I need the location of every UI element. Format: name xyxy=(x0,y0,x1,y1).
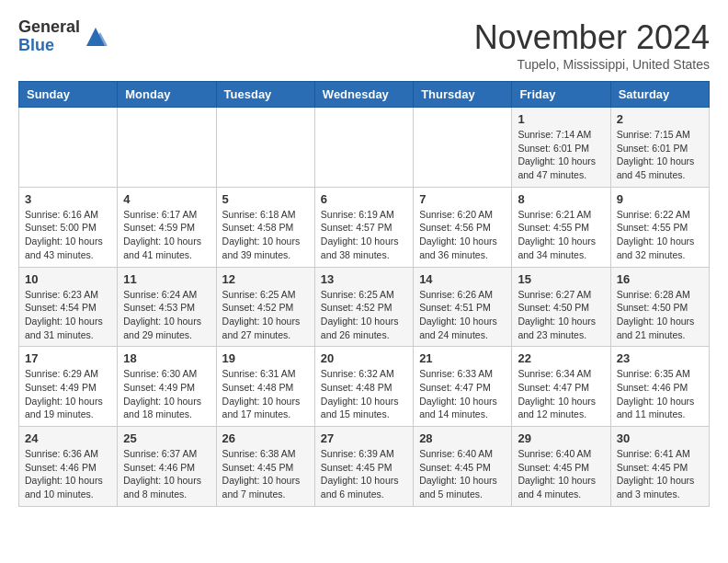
day-number: 22 xyxy=(518,351,604,365)
calendar-cell: 21Sunrise: 6:33 AM Sunset: 4:47 PM Dayli… xyxy=(414,347,512,427)
day-info: Sunrise: 6:17 AM Sunset: 4:59 PM Dayligh… xyxy=(123,208,210,262)
page-header: General Blue November 2024 Tupelo, Missi… xyxy=(18,18,710,72)
header-row: SundayMondayTuesdayWednesdayThursdayFrid… xyxy=(19,82,710,108)
header-cell-friday: Friday xyxy=(512,82,610,108)
day-number: 4 xyxy=(123,192,210,206)
day-info: Sunrise: 6:32 AM Sunset: 4:48 PM Dayligh… xyxy=(321,367,407,421)
day-number: 2 xyxy=(617,112,703,126)
calendar-cell: 25Sunrise: 6:37 AM Sunset: 4:46 PM Dayli… xyxy=(118,427,216,507)
day-info: Sunrise: 6:28 AM Sunset: 4:50 PM Dayligh… xyxy=(617,288,703,342)
day-number: 10 xyxy=(25,272,111,286)
day-info: Sunrise: 6:34 AM Sunset: 4:47 PM Dayligh… xyxy=(518,367,604,421)
calendar-cell: 10Sunrise: 6:23 AM Sunset: 4:54 PM Dayli… xyxy=(19,267,118,347)
day-info: Sunrise: 6:36 AM Sunset: 4:46 PM Dayligh… xyxy=(25,447,111,501)
calendar-cell: 18Sunrise: 6:30 AM Sunset: 4:49 PM Dayli… xyxy=(118,347,216,427)
logo-general: General xyxy=(18,18,80,37)
header-cell-sunday: Sunday xyxy=(19,82,118,108)
calendar-cell: 26Sunrise: 6:38 AM Sunset: 4:45 PM Dayli… xyxy=(216,427,314,507)
day-number: 11 xyxy=(123,272,210,286)
day-info: Sunrise: 6:39 AM Sunset: 4:45 PM Dayligh… xyxy=(321,447,407,501)
day-info: Sunrise: 7:14 AM Sunset: 6:01 PM Dayligh… xyxy=(518,128,604,182)
day-number: 21 xyxy=(419,351,506,365)
day-number: 8 xyxy=(518,192,604,206)
day-number: 17 xyxy=(25,351,111,365)
day-number: 13 xyxy=(321,272,407,286)
calendar-cell: 1Sunrise: 7:14 AM Sunset: 6:01 PM Daylig… xyxy=(512,108,610,188)
calendar-cell: 23Sunrise: 6:35 AM Sunset: 4:46 PM Dayli… xyxy=(610,347,709,427)
logo-text: General Blue xyxy=(18,18,80,55)
month-title: November 2024 xyxy=(474,18,710,57)
day-number: 24 xyxy=(25,431,111,445)
header-cell-thursday: Thursday xyxy=(414,82,512,108)
day-number: 18 xyxy=(123,351,210,365)
day-number: 12 xyxy=(222,272,309,286)
calendar-cell xyxy=(19,108,118,188)
calendar-cell: 19Sunrise: 6:31 AM Sunset: 4:48 PM Dayli… xyxy=(216,347,314,427)
calendar-cell: 12Sunrise: 6:25 AM Sunset: 4:52 PM Dayli… xyxy=(216,267,314,347)
day-number: 16 xyxy=(617,272,703,286)
calendar-cell xyxy=(118,108,216,188)
day-info: Sunrise: 6:38 AM Sunset: 4:45 PM Dayligh… xyxy=(222,447,309,501)
calendar-cell: 7Sunrise: 6:20 AM Sunset: 4:56 PM Daylig… xyxy=(414,187,512,267)
day-info: Sunrise: 6:40 AM Sunset: 4:45 PM Dayligh… xyxy=(518,447,604,501)
day-info: Sunrise: 6:24 AM Sunset: 4:53 PM Dayligh… xyxy=(123,288,210,342)
day-info: Sunrise: 6:40 AM Sunset: 4:45 PM Dayligh… xyxy=(419,447,506,501)
day-number: 23 xyxy=(617,351,703,365)
header-cell-wednesday: Wednesday xyxy=(314,82,413,108)
calendar-cell xyxy=(314,108,413,188)
calendar-cell: 14Sunrise: 6:26 AM Sunset: 4:51 PM Dayli… xyxy=(414,267,512,347)
day-info: Sunrise: 6:23 AM Sunset: 4:54 PM Dayligh… xyxy=(25,288,111,342)
calendar-week-0: 1Sunrise: 7:14 AM Sunset: 6:01 PM Daylig… xyxy=(19,108,710,188)
calendar-cell: 30Sunrise: 6:41 AM Sunset: 4:45 PM Dayli… xyxy=(610,427,709,507)
logo-blue: Blue xyxy=(18,37,80,55)
day-number: 20 xyxy=(321,351,407,365)
day-number: 30 xyxy=(617,431,703,445)
day-number: 5 xyxy=(222,192,309,206)
calendar-week-2: 10Sunrise: 6:23 AM Sunset: 4:54 PM Dayli… xyxy=(19,267,710,347)
day-number: 28 xyxy=(419,431,506,445)
day-number: 15 xyxy=(518,272,604,286)
day-info: Sunrise: 6:27 AM Sunset: 4:50 PM Dayligh… xyxy=(518,288,604,342)
day-number: 19 xyxy=(222,351,309,365)
calendar-cell: 4Sunrise: 6:17 AM Sunset: 4:59 PM Daylig… xyxy=(118,187,216,267)
calendar-cell: 2Sunrise: 7:15 AM Sunset: 6:01 PM Daylig… xyxy=(610,108,709,188)
day-info: Sunrise: 7:15 AM Sunset: 6:01 PM Dayligh… xyxy=(617,128,703,182)
calendar-cell: 13Sunrise: 6:25 AM Sunset: 4:52 PM Dayli… xyxy=(314,267,413,347)
calendar-cell: 28Sunrise: 6:40 AM Sunset: 4:45 PM Dayli… xyxy=(414,427,512,507)
calendar-cell: 29Sunrise: 6:40 AM Sunset: 4:45 PM Dayli… xyxy=(512,427,610,507)
calendar-cell: 3Sunrise: 6:16 AM Sunset: 5:00 PM Daylig… xyxy=(19,187,118,267)
day-info: Sunrise: 6:31 AM Sunset: 4:48 PM Dayligh… xyxy=(222,367,309,421)
calendar-cell: 16Sunrise: 6:28 AM Sunset: 4:50 PM Dayli… xyxy=(610,267,709,347)
calendar-cell: 24Sunrise: 6:36 AM Sunset: 4:46 PM Dayli… xyxy=(19,427,118,507)
calendar-table: SundayMondayTuesdayWednesdayThursdayFrid… xyxy=(18,81,710,507)
calendar-cell: 15Sunrise: 6:27 AM Sunset: 4:50 PM Dayli… xyxy=(512,267,610,347)
calendar-cell: 6Sunrise: 6:19 AM Sunset: 4:57 PM Daylig… xyxy=(314,187,413,267)
day-info: Sunrise: 6:25 AM Sunset: 4:52 PM Dayligh… xyxy=(321,288,407,342)
day-info: Sunrise: 6:20 AM Sunset: 4:56 PM Dayligh… xyxy=(419,208,506,262)
calendar-week-3: 17Sunrise: 6:29 AM Sunset: 4:49 PM Dayli… xyxy=(19,347,710,427)
day-number: 9 xyxy=(617,192,703,206)
day-number: 29 xyxy=(518,431,604,445)
calendar-cell xyxy=(414,108,512,188)
day-info: Sunrise: 6:16 AM Sunset: 5:00 PM Dayligh… xyxy=(25,208,111,262)
day-number: 3 xyxy=(25,192,111,206)
day-number: 1 xyxy=(518,112,604,126)
day-number: 27 xyxy=(321,431,407,445)
calendar-header: SundayMondayTuesdayWednesdayThursdayFrid… xyxy=(19,82,710,108)
day-number: 26 xyxy=(222,431,309,445)
calendar-cell: 5Sunrise: 6:18 AM Sunset: 4:58 PM Daylig… xyxy=(216,187,314,267)
day-info: Sunrise: 6:22 AM Sunset: 4:55 PM Dayligh… xyxy=(617,208,703,262)
day-info: Sunrise: 6:41 AM Sunset: 4:45 PM Dayligh… xyxy=(617,447,703,501)
logo: General Blue xyxy=(18,18,109,55)
title-block: November 2024 Tupelo, Mississippi, Unite… xyxy=(474,18,710,72)
day-info: Sunrise: 6:35 AM Sunset: 4:46 PM Dayligh… xyxy=(617,367,703,421)
day-info: Sunrise: 6:21 AM Sunset: 4:55 PM Dayligh… xyxy=(518,208,604,262)
calendar-cell xyxy=(216,108,314,188)
calendar-cell: 22Sunrise: 6:34 AM Sunset: 4:47 PM Dayli… xyxy=(512,347,610,427)
calendar-cell: 9Sunrise: 6:22 AM Sunset: 4:55 PM Daylig… xyxy=(610,187,709,267)
day-info: Sunrise: 6:37 AM Sunset: 4:46 PM Dayligh… xyxy=(123,447,210,501)
header-cell-tuesday: Tuesday xyxy=(216,82,314,108)
calendar-week-1: 3Sunrise: 6:16 AM Sunset: 5:00 PM Daylig… xyxy=(19,187,710,267)
calendar-cell: 17Sunrise: 6:29 AM Sunset: 4:49 PM Dayli… xyxy=(19,347,118,427)
logo-icon xyxy=(82,23,109,51)
